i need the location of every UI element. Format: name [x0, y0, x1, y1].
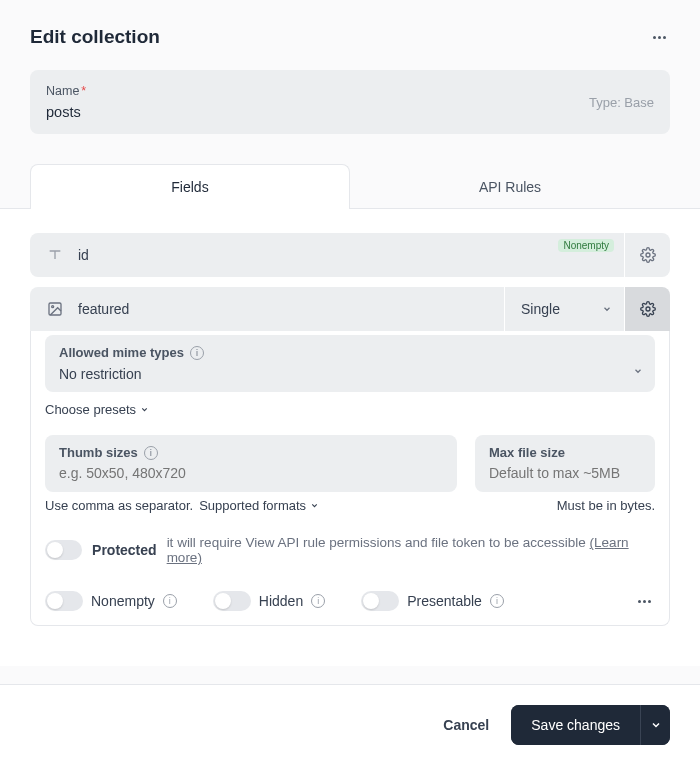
- tabs: Fields API Rules: [30, 164, 670, 209]
- info-icon[interactable]: i: [190, 346, 204, 360]
- mime-types-label: Allowed mime types: [59, 345, 184, 360]
- field-featured-name: featured: [78, 301, 129, 317]
- protected-label: Protected: [92, 542, 157, 558]
- collection-name-block[interactable]: Name* posts Type: Base: [30, 70, 670, 134]
- chevron-down-icon: [140, 402, 149, 417]
- supported-formats-link[interactable]: Supported formats: [199, 498, 319, 513]
- field-id-main[interactable]: id Nonempty: [30, 233, 624, 277]
- chevron-down-icon: [633, 362, 643, 380]
- supported-formats-label: Supported formats: [199, 498, 306, 513]
- field-row-id: id Nonempty: [30, 233, 670, 277]
- nonempty-badge: Nonempty: [558, 239, 614, 252]
- save-button[interactable]: Save changes: [511, 705, 640, 745]
- more-icon[interactable]: [649, 32, 670, 43]
- field-id-gear[interactable]: [624, 233, 670, 277]
- svg-point-2: [52, 306, 54, 308]
- thumb-sizes-input[interactable]: [59, 465, 443, 481]
- thumb-helper-text: Use comma as separator.: [45, 498, 193, 513]
- max-file-size-label: Max file size: [489, 445, 565, 460]
- max-file-size-input[interactable]: [489, 465, 641, 481]
- save-options-button[interactable]: [640, 705, 670, 745]
- protected-toggle[interactable]: [45, 540, 82, 560]
- thumb-sizes-label: Thumb sizes: [59, 445, 138, 460]
- max-size-helper-text: Must be in bytes.: [557, 498, 655, 513]
- chevron-down-icon: [602, 304, 612, 314]
- image-type-icon: [44, 301, 66, 317]
- name-label: Name: [46, 84, 79, 98]
- svg-point-0: [646, 253, 650, 257]
- mime-types-select[interactable]: Allowed mime types i No restriction: [45, 335, 655, 392]
- tab-api-rules[interactable]: API Rules: [350, 164, 670, 209]
- field-more-icon[interactable]: [634, 596, 655, 607]
- max-file-size-block: Max file size: [475, 435, 655, 492]
- choose-presets-label: Choose presets: [45, 402, 136, 417]
- gear-icon: [640, 301, 656, 317]
- info-icon[interactable]: i: [311, 594, 325, 608]
- nonempty-toggle[interactable]: [45, 591, 83, 611]
- collection-name-value: posts: [46, 104, 86, 120]
- protected-description: it will require View API rule permission…: [167, 535, 586, 550]
- text-type-icon: [44, 247, 66, 263]
- field-featured-mode-select[interactable]: Single: [504, 287, 624, 331]
- required-star-icon: *: [81, 84, 86, 98]
- presentable-label: Presentable: [407, 593, 482, 609]
- collection-type-text: Type: Base: [589, 95, 654, 110]
- presentable-toggle[interactable]: [361, 591, 399, 611]
- info-icon[interactable]: i: [144, 446, 158, 460]
- field-row-featured: featured Single: [30, 287, 670, 331]
- tab-fields[interactable]: Fields: [30, 164, 350, 209]
- mode-selected-value: Single: [521, 301, 560, 317]
- info-icon[interactable]: i: [163, 594, 177, 608]
- field-featured-settings: Allowed mime types i No restriction Choo…: [30, 321, 670, 626]
- cancel-button[interactable]: Cancel: [439, 707, 493, 743]
- mime-types-value: No restriction: [59, 366, 641, 382]
- field-featured-main[interactable]: featured: [30, 287, 504, 331]
- choose-presets-link[interactable]: Choose presets: [45, 402, 149, 417]
- footer: Cancel Save changes: [0, 684, 700, 765]
- info-icon[interactable]: i: [490, 594, 504, 608]
- field-id-name: id: [78, 247, 89, 263]
- page-title: Edit collection: [30, 26, 160, 48]
- nonempty-label: Nonempty: [91, 593, 155, 609]
- svg-point-3: [646, 307, 650, 311]
- field-featured-gear[interactable]: [624, 287, 670, 331]
- hidden-toggle[interactable]: [213, 591, 251, 611]
- thumb-sizes-block: Thumb sizes i: [45, 435, 457, 492]
- gear-icon: [640, 247, 656, 263]
- hidden-label: Hidden: [259, 593, 303, 609]
